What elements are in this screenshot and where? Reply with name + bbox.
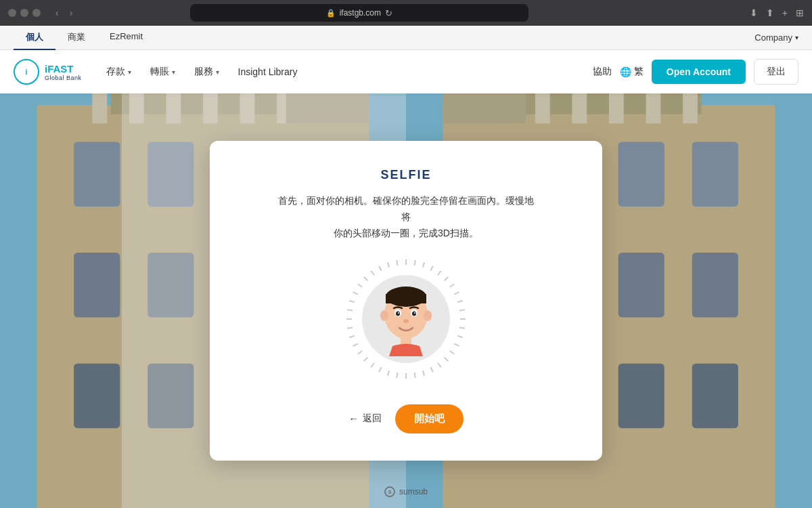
extensions-icon[interactable]: ⊞ xyxy=(796,7,804,18)
svg-line-70 xyxy=(438,270,441,274)
sumsub-icon: S xyxy=(384,486,395,497)
svg-line-98 xyxy=(349,300,355,301)
company-selector[interactable]: Company ▾ xyxy=(754,33,798,43)
svg-line-94 xyxy=(349,335,355,337)
nav-deposits[interactable]: 存款 ▾ xyxy=(98,60,139,83)
svg-text:S: S xyxy=(388,490,392,494)
selfie-description: 首先，面对你的相机。確保你的脸完全停留在画面內。缓慢地将 你的头部移动一圈，完成… xyxy=(277,193,535,241)
svg-line-68 xyxy=(423,262,424,268)
modal-overlay: SELFIE 首先，面对你的相机。確保你的脸完全停留在画面內。缓慢地将 你的头部… xyxy=(0,93,812,508)
svg-line-79 xyxy=(454,343,459,346)
svg-line-103 xyxy=(379,266,382,270)
download-icon[interactable]: ⬇ xyxy=(750,7,758,18)
svg-line-72 xyxy=(450,284,454,287)
svg-line-82 xyxy=(438,362,441,366)
svg-line-75 xyxy=(459,310,465,310)
topbar-tabs: 個人 商業 EzRemit xyxy=(14,26,155,50)
reload-icon[interactable]: ↻ xyxy=(385,8,392,18)
nav-transfer[interactable]: 轉賬 ▾ xyxy=(142,60,183,83)
sumsub-label: sumsub xyxy=(399,487,428,496)
svg-rect-108 xyxy=(386,294,426,303)
svg-line-69 xyxy=(430,266,433,270)
back-label: 返回 xyxy=(363,412,382,425)
back-arrow-icon: ← xyxy=(349,413,359,424)
svg-line-95 xyxy=(347,327,353,328)
svg-line-83 xyxy=(430,367,433,372)
tab-ezremit[interactable]: EzRemit xyxy=(97,26,155,50)
svg-line-80 xyxy=(450,351,454,354)
face-circle xyxy=(362,275,450,363)
start-button[interactable]: 開始吧 xyxy=(395,404,464,433)
globe-icon: 🌐 xyxy=(620,66,631,77)
share-icon[interactable]: ⬆ xyxy=(766,7,774,18)
svg-line-97 xyxy=(347,310,353,310)
open-account-button[interactable]: Open Account xyxy=(652,60,746,84)
svg-line-93 xyxy=(353,343,358,346)
svg-line-73 xyxy=(454,292,459,295)
language-selector[interactable]: 🌐 繁 xyxy=(620,66,644,78)
lock-icon: 🔒 xyxy=(326,9,336,18)
svg-line-90 xyxy=(371,362,374,366)
logout-button[interactable]: 登出 xyxy=(754,59,798,85)
url-text: ifastgb.com xyxy=(340,8,381,18)
deposits-chevron-icon: ▾ xyxy=(128,68,131,76)
nav-services[interactable]: 服務 ▾ xyxy=(186,60,227,83)
browser-maximize-btn[interactable] xyxy=(32,9,41,17)
svg-point-109 xyxy=(380,310,388,321)
svg-point-114 xyxy=(412,311,416,316)
selfie-title: SELFIE xyxy=(380,168,431,182)
face-illustration xyxy=(345,258,467,380)
svg-point-113 xyxy=(396,311,400,316)
lang-label: 繁 xyxy=(634,66,644,78)
svg-line-104 xyxy=(388,262,389,268)
new-tab-icon[interactable]: + xyxy=(782,7,788,18)
services-chevron-icon: ▾ xyxy=(216,68,219,76)
tab-business[interactable]: 商業 xyxy=(55,26,97,50)
logo-text: iFAST Global Bank xyxy=(45,63,82,81)
svg-line-87 xyxy=(397,373,397,378)
svg-point-115 xyxy=(398,312,399,314)
browser-close-btn[interactable] xyxy=(8,9,16,17)
svg-line-84 xyxy=(423,371,424,376)
svg-line-105 xyxy=(397,260,397,266)
tab-personal[interactable]: 個人 xyxy=(14,26,55,50)
svg-line-91 xyxy=(364,357,368,361)
svg-line-99 xyxy=(353,292,358,295)
sumsub-branding: S sumsub xyxy=(384,486,428,497)
svg-line-77 xyxy=(459,327,465,328)
svg-point-116 xyxy=(414,312,415,314)
logo-circle: i xyxy=(14,59,39,85)
logo[interactable]: i iFAST Global Bank xyxy=(14,59,82,85)
svg-line-100 xyxy=(358,284,362,287)
svg-line-101 xyxy=(364,276,368,280)
svg-line-78 xyxy=(457,335,463,337)
nav-links: 存款 ▾ 轉賬 ▾ 服務 ▾ Insight Library xyxy=(98,60,593,83)
selfie-modal: SELFIE 首先，面对你的相机。確保你的脸完全停留在画面內。缓慢地将 你的头部… xyxy=(210,141,602,460)
back-button[interactable]: ← 返回 xyxy=(349,412,382,425)
svg-line-81 xyxy=(445,357,449,361)
transfer-chevron-icon: ▾ xyxy=(172,68,175,76)
browser-action-buttons: ⬇ ⬆ + ⊞ xyxy=(750,7,804,18)
main-navbar: i iFAST Global Bank 存款 ▾ 轉賬 ▾ 服務 ▾ Insig… xyxy=(0,50,812,93)
logo-ifast: iFAST xyxy=(45,63,82,75)
face-svg xyxy=(372,282,440,356)
nav-right: 協助 🌐 繁 Open Account 登出 xyxy=(593,59,798,85)
back-arrow-icon[interactable]: ‹ xyxy=(51,6,63,20)
svg-line-102 xyxy=(371,270,374,274)
forward-arrow-icon[interactable]: › xyxy=(66,6,77,20)
svg-point-110 xyxy=(424,310,432,321)
svg-point-117 xyxy=(403,319,409,323)
browser-chrome: ‹ › 🔒 ifastgb.com ↻ ⬇ ⬆ + ⊞ xyxy=(0,0,812,26)
browser-minimize-btn[interactable] xyxy=(20,9,28,17)
logo-subtext: Global Bank xyxy=(45,75,82,81)
modal-footer: ← 返回 開始吧 xyxy=(244,404,568,433)
company-label: Company xyxy=(754,33,792,43)
svg-line-74 xyxy=(457,300,463,301)
address-bar[interactable]: 🔒 ifastgb.com ↻ xyxy=(190,4,528,22)
site-topbar: 個人 商業 EzRemit Company ▾ xyxy=(0,26,812,50)
browser-nav: ‹ › xyxy=(51,6,76,20)
nav-insight-library[interactable]: Insight Library xyxy=(230,61,306,83)
help-link[interactable]: 協助 xyxy=(593,66,612,78)
svg-line-88 xyxy=(388,371,389,376)
svg-line-92 xyxy=(358,351,362,354)
